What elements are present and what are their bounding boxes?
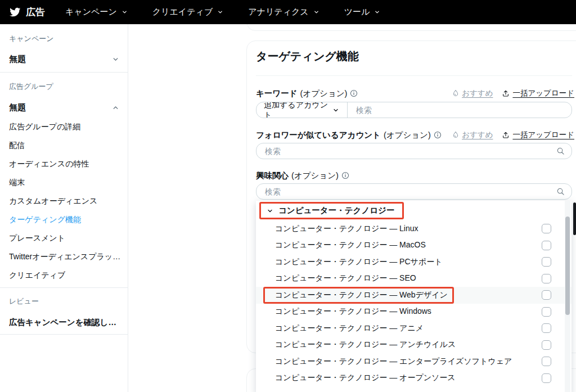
sidebar-item-delivery[interactable]: 配信 xyxy=(9,141,25,151)
interest-option-seo[interactable]: コンピューター・テクノロジー — SEO xyxy=(256,271,572,287)
interest-option-antivirus[interactable]: コンピューター・テクノロジー — アンチウイルス xyxy=(256,337,572,354)
interest-option-label: コンピューター・テクノロジー — オープンソース xyxy=(275,373,456,383)
interest-category-label: コンピューター・テクノロジー xyxy=(278,205,394,216)
interests-search-input[interactable] xyxy=(256,184,556,199)
twitter-ads-page: 広告 キャンペーン クリエイティブ アナリティクス ツール キャンペーン xyxy=(0,0,576,392)
checkbox[interactable] xyxy=(542,257,551,267)
checkbox[interactable] xyxy=(542,290,551,300)
brand[interactable]: 広告 xyxy=(9,6,45,19)
chevron-down-icon xyxy=(217,9,223,15)
interests-input-group xyxy=(256,183,572,200)
chevron-down-icon xyxy=(332,107,339,114)
interest-option-label: コンピューター・テクノロジー — Windows xyxy=(275,307,431,317)
bulk-upload-link[interactable]: 一括アップロード xyxy=(502,130,574,140)
interest-option-pc-support[interactable]: コンピューター・テクノロジー — PCサポート xyxy=(256,254,572,271)
interests-label: 興味関心 (オプション) xyxy=(256,170,349,181)
lookalike-search-input[interactable] xyxy=(256,143,556,159)
sidebar-section-adgroup: 広告グループ xyxy=(9,82,53,92)
checkbox[interactable] xyxy=(542,357,551,366)
interest-option-linux[interactable]: コンピューター・テクノロジー — Linux xyxy=(256,220,572,237)
checkbox[interactable] xyxy=(542,241,551,250)
keyword-label-text: キーワード xyxy=(256,88,298,99)
account-selector-dropdown[interactable]: 追加するアカウント xyxy=(256,102,348,118)
sidebar-item-creatives[interactable]: クリエイティブ xyxy=(9,271,65,281)
recommend-link[interactable]: おすすめ xyxy=(452,130,493,140)
menu-analytics[interactable]: アナリティクス xyxy=(248,7,319,17)
bulk-upload-label: 一括アップロード xyxy=(512,130,574,140)
interest-option-label: コンピューター・テクノロジー — SEO xyxy=(275,273,416,283)
interest-option-label: コンピューター・テクノロジー — アンチウイルス xyxy=(275,340,456,350)
menu-campaigns-label: キャンペーン xyxy=(65,7,117,17)
menu-tools[interactable]: ツール xyxy=(344,7,381,17)
recommend-label: おすすめ xyxy=(462,130,493,140)
sidebar-item-adgroup-details[interactable]: 広告グループの詳細 xyxy=(9,122,80,132)
interests-optional-text: (オプション) xyxy=(291,170,339,181)
sidebar-adgroup-toggle[interactable]: 無題 xyxy=(9,102,119,113)
campaign-sidebar: キャンペーン 無題 広告グループ 無題 広告グループの詳細 配信 オーディエンス… xyxy=(0,24,128,392)
sidebar-divider xyxy=(0,334,128,335)
interest-option-label: コンピューター・テクノロジー — PCサポート xyxy=(275,257,443,267)
sidebar-item-custom-audiences[interactable]: カスタムオーディエンス xyxy=(9,196,97,206)
interest-option-opensource[interactable]: コンピューター・テクノロジー — オープンソース xyxy=(256,370,572,387)
interest-option-windows[interactable]: コンピューター・テクノロジー — Windows xyxy=(256,304,572,321)
sidebar-section-campaign: キャンペーン xyxy=(9,34,54,44)
account-selector-value: 追加するアカウント xyxy=(264,102,332,118)
interests-field-header: 興味関心 (オプション) xyxy=(256,170,574,181)
interest-option-enterprise-software[interactable]: コンピューター・テクノロジー — エンタープライズソフトウェア xyxy=(256,353,572,370)
sidebar-item-audience-traits[interactable]: オーディエンスの特性 xyxy=(9,159,89,169)
upload-icon xyxy=(502,131,510,139)
sidebar-section-review: レビュー xyxy=(9,296,39,307)
menu-campaigns[interactable]: キャンペーン xyxy=(65,7,128,17)
chevron-down-icon xyxy=(374,9,380,15)
keyword-label: キーワード (オプション) xyxy=(256,88,358,99)
checkbox[interactable] xyxy=(542,323,551,333)
checkbox[interactable] xyxy=(542,340,551,350)
search-icon xyxy=(556,187,565,196)
bulk-upload-label: 一括アップロード xyxy=(512,88,574,98)
flame-icon xyxy=(452,89,460,97)
interest-option-label: コンピューター・テクノロジー — MacOS xyxy=(275,240,426,250)
interest-option-label: コンピューター・テクノロジー — Webデザイン xyxy=(263,287,454,304)
menu-analytics-label: アナリティクス xyxy=(248,7,308,17)
sidebar-campaign-toggle[interactable]: 無題 xyxy=(9,54,119,65)
checkbox[interactable] xyxy=(542,224,551,233)
sidebar-divider xyxy=(0,72,128,73)
checkbox[interactable] xyxy=(542,373,551,383)
interests-dropdown-panel: コンピューター・テクノロジー コンピューター・テクノロジー — Linux コン… xyxy=(256,201,572,392)
keyword-search-input[interactable] xyxy=(348,102,572,118)
interest-option-label: コンピューター・テクノロジー — アニメ xyxy=(275,323,424,334)
sidebar-item-placements[interactable]: プレースメント xyxy=(9,233,65,244)
lookalike-label: フォロワーが似ているアカウント (オプション) xyxy=(256,130,442,141)
chevron-down-icon xyxy=(112,56,119,63)
dropdown-scrollbar-thumb[interactable] xyxy=(565,217,570,315)
menu-creatives[interactable]: クリエイティブ xyxy=(152,7,223,17)
upload-icon xyxy=(502,89,510,97)
page-title: ターゲティング機能 xyxy=(256,49,359,64)
interest-category-header: コンピューター・テクノロジー xyxy=(256,201,572,220)
interest-option-webdesign[interactable]: コンピューター・テクノロジー — Webデザイン xyxy=(256,287,572,304)
interest-option-label: コンピューター・テクノロジー — Linux xyxy=(275,224,418,234)
info-icon[interactable] xyxy=(341,172,349,179)
title-divider xyxy=(256,75,572,76)
info-icon[interactable] xyxy=(350,89,358,97)
recommend-link[interactable]: おすすめ xyxy=(452,88,493,98)
lookalike-optional-text: (オプション) xyxy=(384,130,431,141)
interest-option-macos[interactable]: コンピューター・テクノロジー — MacOS xyxy=(256,237,572,254)
checkbox[interactable] xyxy=(542,307,551,317)
menu-creatives-label: クリエイティブ xyxy=(152,7,213,17)
twitter-bird-icon xyxy=(9,7,21,17)
chevron-down-icon xyxy=(122,9,128,15)
sidebar-item-devices[interactable]: 端末 xyxy=(9,178,25,188)
page-scrollbar-thumb[interactable] xyxy=(573,202,576,235)
sidebar-item-review-launch[interactable]: 広告キャンペーンを確認して開始 xyxy=(9,317,124,328)
info-icon[interactable] xyxy=(434,131,442,139)
sidebar-item-twitter-audience-platform[interactable]: Twitterオーディエンスプラットフ... xyxy=(9,252,124,262)
interest-option-anime[interactable]: コンピューター・テクノロジー — アニメ xyxy=(256,320,572,337)
sidebar-item-targeting-features[interactable]: ターゲティング機能 xyxy=(9,215,81,225)
top-menu: キャンペーン クリエイティブ アナリティクス ツール xyxy=(65,7,380,17)
bulk-upload-link[interactable]: 一括アップロード xyxy=(502,88,574,98)
checkbox[interactable] xyxy=(542,274,551,283)
menu-tools-label: ツール xyxy=(344,7,370,17)
interest-category-toggle[interactable]: コンピューター・テクノロジー xyxy=(259,202,404,219)
lookalike-field-header: フォロワーが似ているアカウント (オプション) おすすめ 一括アップロード xyxy=(256,130,574,140)
